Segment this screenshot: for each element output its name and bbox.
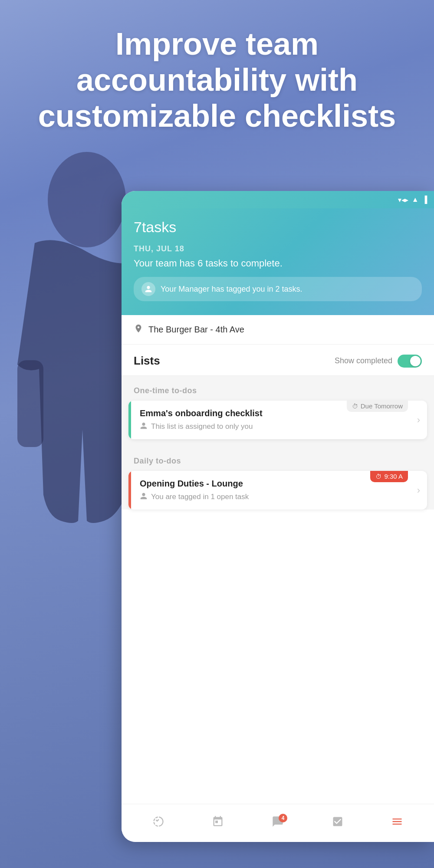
card-title-opening-duties: Opening Duties - Lounge xyxy=(140,479,401,489)
manager-tag-text: Your Manager has tagged you in 2 tasks. xyxy=(161,285,302,294)
location-row: The Burger Bar - 4th Ave xyxy=(122,315,434,345)
time-clock-icon: ⏱ xyxy=(375,473,381,480)
onboarding-checklist-card[interactable]: ⏱ Due Tomorrow Emma's onboarding checkli… xyxy=(128,401,427,439)
calendar-nav-icon xyxy=(212,815,224,831)
show-completed-toggle[interactable] xyxy=(398,355,422,368)
card-body-opening-duties: Opening Duties - Lounge You are tagged i… xyxy=(131,471,410,510)
nav-item-menu[interactable] xyxy=(384,812,410,834)
lists-header: Lists Show completed xyxy=(122,345,434,376)
time-label: 9:30 A xyxy=(384,473,403,480)
manager-tag-banner: Your Manager has tagged you in 2 tasks. xyxy=(134,277,422,301)
svg-rect-1 xyxy=(17,360,43,447)
headline-text: Improve team accountability with customi… xyxy=(26,26,408,134)
card-subtitle-onboarding: This list is assigned to only you xyxy=(140,422,401,431)
card-subtitle-opening-duties: You are tagged in 1 open task xyxy=(140,492,401,502)
messages-badge: 4 xyxy=(279,814,287,822)
due-badge: ⏱ Due Tomorrow xyxy=(347,401,408,412)
nav-item-checklists[interactable] xyxy=(325,812,351,834)
show-completed-label: Show completed xyxy=(335,356,392,365)
signal-icon: ▲ xyxy=(412,196,419,204)
location-name: The Burger Bar - 4th Ave xyxy=(148,325,244,335)
one-time-todos-title: One-time to-dos xyxy=(134,386,197,395)
svg-point-0 xyxy=(48,152,126,247)
daily-todos-title: Daily to-dos xyxy=(134,457,181,465)
nav-item-messages[interactable]: 4 xyxy=(265,812,291,834)
phone-mockup: ▾◂▸ ▲ ▐ 7tasks THU, JUL 18 Your team has… xyxy=(122,191,434,842)
location-icon xyxy=(134,324,143,335)
time-badge: ⏱ 9:30 A xyxy=(370,471,408,482)
app-header: 7tasks THU, JUL 18 Your team has 6 tasks… xyxy=(122,208,434,315)
status-bar: ▾◂▸ ▲ ▐ xyxy=(122,191,434,208)
tasks-nav-icon xyxy=(152,815,164,831)
checklists-nav-icon xyxy=(332,815,344,831)
tasks-count-text: Your team has 6 tasks to complete. xyxy=(134,258,422,269)
opening-duties-card[interactable]: ⏱ 9:30 A Opening Duties - Lounge You are… xyxy=(128,471,427,510)
bottom-navigation: 4 xyxy=(122,804,434,842)
card-arrow-opening-duties: › xyxy=(410,471,427,510)
daily-todos-section-header: Daily to-dos xyxy=(122,446,434,471)
main-content: The Burger Bar - 4th Ave Lists Show comp… xyxy=(122,315,434,510)
one-time-todos-section-header: One-time to-dos xyxy=(122,376,434,401)
nav-item-calendar[interactable] xyxy=(205,812,231,834)
show-completed-control[interactable]: Show completed xyxy=(335,355,422,368)
card-arrow-onboarding: › xyxy=(410,401,427,439)
clock-icon: ⏱ xyxy=(352,403,358,410)
nav-item-tasks[interactable] xyxy=(145,812,171,834)
lists-title: Lists xyxy=(134,354,160,368)
app-title: 7tasks xyxy=(134,219,422,236)
person-icon xyxy=(140,422,148,431)
date-label: THU, JUL 18 xyxy=(134,244,422,253)
menu-nav-icon xyxy=(391,815,403,831)
headline-section: Improve team accountability with customi… xyxy=(0,26,434,134)
manager-tag-icon xyxy=(141,282,155,296)
person-icon-2 xyxy=(140,492,148,502)
wifi-icon: ▾◂▸ xyxy=(398,196,408,204)
messages-nav-icon: 4 xyxy=(272,815,284,831)
battery-icon: ▐ xyxy=(422,196,427,204)
due-label: Due Tomorrow xyxy=(361,402,403,410)
